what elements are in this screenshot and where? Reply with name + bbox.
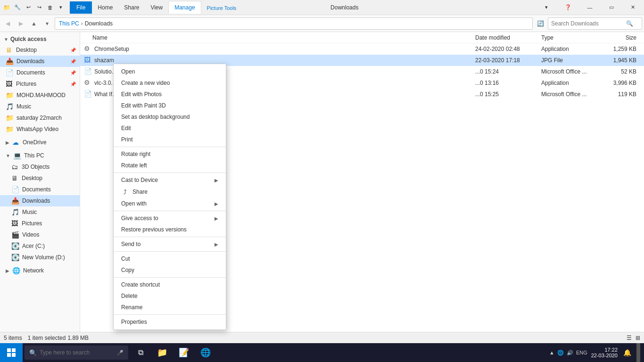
ctx-create-shortcut[interactable]: Create shortcut <box>114 279 226 290</box>
file-date-solutio: ...0 15:24 <box>475 68 541 75</box>
close-btn[interactable]: ✕ <box>622 0 644 15</box>
tab-picture-tools[interactable]: Picture Tools <box>201 2 242 14</box>
ctx-create-video-label: Create a new video <box>121 80 218 86</box>
address-downloads[interactable]: Downloads <box>85 20 113 27</box>
refresh-btn[interactable]: 🔄 <box>535 18 546 29</box>
tab-home[interactable]: Home <box>92 1 118 14</box>
address-box[interactable]: This PC › Downloads <box>55 17 533 30</box>
sidebar-item-mohd[interactable]: 📁 MOHD.MAHMOOD <box>0 90 80 101</box>
sidebar-item-whatsapp[interactable]: 📁 WhatsApp Video <box>0 123 80 135</box>
qat-delete-btn[interactable]: 🗑 <box>45 2 55 13</box>
ctx-give-access[interactable]: Give access to ▶ <box>114 213 226 224</box>
start-button[interactable] <box>0 343 23 362</box>
ctx-send-to-arrow: ▶ <box>215 242 218 247</box>
sidebar-item-downloads[interactable]: 📥 Downloads 📌 <box>0 56 80 67</box>
ctx-open[interactable]: Open <box>114 66 226 77</box>
time-display: 17:22 <box>591 347 618 353</box>
ctx-edit-paint3d[interactable]: Edit with Paint 3D <box>114 100 226 111</box>
ctx-create-video[interactable]: Create a new video <box>114 77 226 89</box>
ctx-share[interactable]: ⤴ Share <box>114 186 226 198</box>
sidebar-section-network: ▶ 🌐 Network <box>0 265 80 276</box>
search-input[interactable] <box>551 20 624 27</box>
ctx-copy[interactable]: Copy <box>114 264 226 276</box>
sidebar-item-this-pc[interactable]: ▼ 💻 This PC <box>0 150 80 161</box>
addressbar: ◀ ▶ ▲ ▾ This PC › Downloads 🔄 🔍 <box>0 15 644 32</box>
col-header-date[interactable]: Date modified <box>475 34 541 41</box>
qat-properties-btn[interactable]: 🔧 <box>12 2 23 13</box>
tab-file[interactable]: File <box>70 1 92 14</box>
file-size-vlc: 3,996 KB <box>603 80 640 86</box>
address-this-pc[interactable]: This PC <box>59 20 79 27</box>
ctx-open-label: Open <box>121 68 218 75</box>
sidebar-item-pictures[interactable]: 🖼 Pictures 📌 <box>0 78 80 90</box>
word-btn[interactable]: 📝 <box>173 343 194 362</box>
sidebar-item-pc-documents[interactable]: 📄 Documents <box>0 184 80 195</box>
sidebar-item-new-volume-d[interactable]: 💽 New Volume (D:) <box>0 252 80 263</box>
view-details-icon[interactable]: ☰ <box>627 335 632 341</box>
maximize-btn[interactable]: ▭ <box>601 0 622 15</box>
ctx-cut[interactable]: Cut <box>114 253 226 264</box>
sidebar-label-pc-videos: Videos <box>22 231 39 238</box>
ctx-open-with[interactable]: Open with ▶ <box>114 198 226 209</box>
ctx-send-to[interactable]: Send to ▶ <box>114 239 226 250</box>
taskview-btn[interactable]: ⧉ <box>130 343 151 362</box>
sidebar-item-acer-c[interactable]: 💽 Acer (C:) <box>0 240 80 252</box>
whatsapp-folder-icon: 📁 <box>6 125 14 133</box>
notification-btn[interactable]: 🔔 <box>621 343 633 362</box>
col-header-type[interactable]: Type <box>541 34 603 41</box>
tab-manage[interactable]: Manage <box>168 1 201 14</box>
sidebar-item-music[interactable]: 🎵 Music <box>0 101 80 112</box>
help-btn[interactable]: ❓ <box>557 0 579 15</box>
up-btn[interactable]: ▲ <box>28 18 40 29</box>
ctx-edit-photos[interactable]: Edit with Photos <box>114 89 226 100</box>
explorer-icon: 📁 <box>157 347 167 358</box>
taskbar-search-icon: 🔍 <box>29 349 37 356</box>
sidebar-item-pc-downloads[interactable]: 📥 Downloads <box>0 195 80 206</box>
ctx-properties[interactable]: Properties <box>114 316 226 328</box>
table-row[interactable]: ⚙ ChromeSetup 24-02-2020 02:48 Applicati… <box>80 43 644 55</box>
search-box[interactable]: 🔍 <box>548 17 642 30</box>
quick-access-header[interactable]: ▼ Quick access <box>0 34 80 44</box>
qat-undo-btn[interactable]: ↩ <box>23 2 33 13</box>
pin-icon-desktop: 📌 <box>70 48 76 53</box>
taskbar-search-input[interactable] <box>40 349 110 356</box>
ctx-rotate-left[interactable]: Rotate left <box>114 160 226 171</box>
ctx-delete[interactable]: Delete <box>114 290 226 302</box>
forward-btn[interactable]: ▶ <box>15 18 26 29</box>
ctx-rename[interactable]: Rename <box>114 302 226 313</box>
ctx-cast-to-device[interactable]: Cast to Device ▶ <box>114 174 226 186</box>
sidebar-item-saturday[interactable]: 📁 saturday 22march <box>0 112 80 123</box>
sidebar-item-onedrive[interactable]: ▶ ☁ OneDrive <box>0 137 80 148</box>
sidebar-item-pc-pictures[interactable]: 🖼 Pictures <box>0 218 80 229</box>
qat-redo-btn[interactable]: ↪ <box>34 2 44 13</box>
show-desktop-btn[interactable] <box>636 343 640 362</box>
ctx-properties-label: Properties <box>121 319 218 325</box>
address-dropdown-btn[interactable]: ▾ <box>41 18 53 29</box>
tab-view[interactable]: View <box>145 1 168 14</box>
ctx-print[interactable]: Print <box>114 134 226 145</box>
ctx-edit[interactable]: Edit <box>114 123 226 134</box>
sidebar-item-pc-videos[interactable]: 🎬 Videos <box>0 229 80 240</box>
tab-share[interactable]: Share <box>118 1 145 14</box>
explorer-btn[interactable]: 📁 <box>152 343 173 362</box>
chrome-btn[interactable]: 🌐 <box>195 343 216 362</box>
sidebar-item-pc-music[interactable]: 🎵 Music <box>0 206 80 218</box>
view-large-icon[interactable]: ⊞ <box>636 335 640 341</box>
expand-ribbon-btn[interactable]: ▾ <box>536 0 557 15</box>
sidebar-item-desktop[interactable]: 🖥 Desktop 📌 <box>0 44 80 56</box>
tray-arrow-icon[interactable]: ▲ <box>549 350 554 355</box>
sidebar-item-pc-desktop[interactable]: 🖥 Desktop <box>0 173 80 184</box>
sidebar-item-network[interactable]: ▶ 🌐 Network <box>0 265 80 276</box>
ctx-set-desktop-bg[interactable]: Set as desktop background <box>114 111 226 123</box>
col-header-size[interactable]: Size <box>603 34 640 41</box>
taskbar-search-box[interactable]: 🔍 🎤 <box>25 346 128 360</box>
sidebar-item-documents[interactable]: 📄 Documents 📌 <box>0 67 80 78</box>
sidebar-item-3d-objects[interactable]: 🗂 3D Objects <box>0 161 80 173</box>
back-btn[interactable]: ◀ <box>2 18 13 29</box>
sidebar-label-whatsapp: WhatsApp Video <box>17 126 58 132</box>
qat-dropdown-btn[interactable]: ▾ <box>56 2 66 13</box>
ctx-restore-versions[interactable]: Restore previous versions <box>114 224 226 235</box>
ctx-rotate-right[interactable]: Rotate right <box>114 148 226 160</box>
col-header-name[interactable]: Name <box>92 34 475 41</box>
minimize-btn[interactable]: — <box>579 0 601 15</box>
